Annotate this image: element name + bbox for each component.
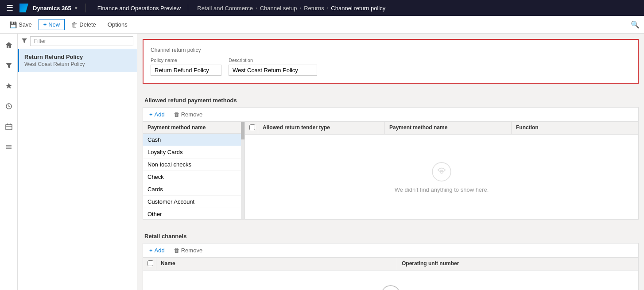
method-item[interactable]: Cards: [143, 183, 244, 196]
scrollbar-thumb[interactable]: [241, 122, 244, 139]
methods-right-empty: We didn't find anything to show here.: [245, 135, 638, 219]
brand-name: Dynamics 365: [33, 5, 71, 12]
retail-table-header: Name Operating unit number: [143, 258, 638, 271]
new-icon: +: [43, 21, 47, 28]
top-nav: ☰ Dynamics 365 ▼ Finance and Operations …: [0, 0, 644, 16]
brand-section: Dynamics 365 ▼: [19, 4, 86, 12]
breadcrumb-sep-2: ›: [299, 5, 301, 11]
delete-button[interactable]: 🗑 Delete: [66, 19, 101, 31]
dynamics-logo: [19, 4, 28, 12]
retail-add-button[interactable]: + Add: [147, 246, 167, 255]
breadcrumb-item-3[interactable]: Returns: [304, 5, 324, 12]
refund-remove-button[interactable]: 🗑 Remove: [172, 110, 204, 119]
method-item[interactable]: Check: [143, 171, 244, 183]
methods-split: Payment method name CashLoyalty CardsNon…: [143, 122, 638, 219]
sidebar-icon-calendar[interactable]: [1, 119, 17, 135]
add-icon-2: +: [149, 247, 153, 254]
trash-icon: 🗑: [174, 111, 179, 118]
empty-state-icon: [431, 161, 453, 183]
header-tender-type: Allowed return tender type: [258, 122, 385, 134]
description-label: Description: [229, 58, 317, 63]
header-checkbox: [245, 122, 258, 134]
search-icon: 🔍: [631, 20, 640, 29]
refund-methods-container: + Add 🗑 Remove Payment method name CashL…: [143, 107, 639, 220]
add-icon: +: [149, 111, 153, 118]
sidebar-icons: [0, 34, 18, 290]
methods-col-header: Payment method name: [143, 122, 244, 134]
methods-right-header: Allowed return tender type Payment metho…: [245, 122, 638, 135]
retail-remove-button[interactable]: 🗑 Remove: [172, 246, 204, 255]
form-row: Policy name Description: [151, 58, 631, 76]
form-card: Channel return policy Policy name Descri…: [143, 39, 639, 84]
methods-list-col: Payment method name CashLoyalty CardsNon…: [143, 122, 245, 219]
sidebar-icon-star[interactable]: [1, 78, 17, 94]
new-button[interactable]: + New: [39, 19, 65, 30]
methods-scrollbar[interactable]: [241, 122, 244, 219]
header-method-name: Payment method name: [385, 122, 512, 134]
retail-checkbox-header: [143, 258, 156, 270]
breadcrumb-sep-3: ›: [327, 5, 329, 11]
methods-toolbar: + Add 🗑 Remove: [143, 108, 638, 122]
methods-list-items: CashLoyalty CardsNon-local checksCheckCa…: [143, 134, 244, 219]
sidebar-icon-home[interactable]: [1, 37, 17, 53]
method-item[interactable]: Cash: [143, 134, 244, 146]
list-item[interactable]: Return Refund Policy West Coast Return P…: [18, 49, 137, 72]
policy-name-input[interactable]: [151, 65, 221, 76]
description-field: Description: [229, 58, 317, 76]
svg-point-10: [381, 286, 400, 290]
sidebar-icon-filter[interactable]: [1, 58, 17, 73]
delete-icon: 🗑: [71, 21, 78, 28]
retail-col-name: Name: [156, 258, 397, 270]
breadcrumb-item-1[interactable]: Retail and Commerce: [197, 5, 253, 12]
method-item[interactable]: Non-local checks: [143, 159, 244, 171]
save-button[interactable]: 💾 Save: [4, 19, 37, 31]
svg-rect-1: [6, 124, 12, 130]
breadcrumb-item-4: Channel return policy: [331, 5, 385, 12]
policy-name-label: Policy name: [151, 58, 221, 63]
filter-icon[interactable]: [21, 38, 27, 45]
save-icon: 💾: [9, 21, 17, 28]
list-panel: Return Refund Policy West Coast Return P…: [18, 34, 137, 290]
method-item[interactable]: Other: [143, 208, 244, 219]
sidebar-icon-clock[interactable]: [1, 98, 17, 114]
retail-empty: We didn't find anything to show here.: [143, 271, 638, 290]
refund-add-button[interactable]: + Add: [147, 110, 167, 119]
content-area: Channel return policy Policy name Descri…: [137, 34, 644, 290]
description-input[interactable]: [229, 65, 317, 76]
main-layout: Return Refund Policy West Coast Return P…: [0, 34, 644, 290]
sidebar-icon-list[interactable]: [1, 139, 17, 155]
retail-toolbar: + Add 🗑 Remove: [143, 244, 638, 258]
hamburger-icon[interactable]: ☰: [4, 1, 15, 15]
toolbar: 💾 Save + New 🗑 Delete Options 🔍: [0, 16, 644, 34]
trash-icon-2: 🗑: [174, 247, 179, 254]
list-item-subtitle: West Coast Return Policy: [24, 61, 132, 67]
retail-col-unit: Operating unit number: [397, 258, 638, 270]
method-item[interactable]: Customer Account: [143, 196, 244, 208]
method-item[interactable]: Loyalty Cards: [143, 146, 244, 159]
retail-section: + Add 🗑 Remove Name Operating unit numbe…: [143, 243, 639, 290]
empty-state-text: We didn't find anything to show here.: [395, 186, 489, 193]
list-panel-header: [18, 34, 137, 49]
breadcrumb-item-2[interactable]: Channel setup: [260, 5, 297, 12]
breadcrumb-sep-1: ›: [256, 5, 257, 11]
list-search-input[interactable]: [30, 36, 133, 46]
app-name: Finance and Operations Preview: [90, 4, 189, 12]
methods-right-col: Allowed return tender type Payment metho…: [245, 122, 638, 219]
retail-section-header: Retail channels: [137, 225, 644, 243]
list-item-title: Return Refund Policy: [24, 54, 132, 60]
form-section-title: Channel return policy: [151, 47, 631, 53]
options-button[interactable]: Options: [103, 19, 132, 30]
breadcrumb: Retail and Commerce › Channel setup › Re…: [193, 5, 385, 12]
header-function: Function: [512, 122, 638, 134]
policy-name-field: Policy name: [151, 58, 221, 76]
select-all-checkbox[interactable]: [249, 124, 255, 130]
list-scroll-container: Return Refund Policy West Coast Return P…: [18, 49, 137, 290]
retail-select-all[interactable]: [147, 260, 153, 266]
refund-section-header: Allowed refund payment methods: [137, 89, 644, 107]
retail-empty-icon: [380, 284, 402, 290]
brand-chevron[interactable]: ▼: [74, 6, 78, 11]
